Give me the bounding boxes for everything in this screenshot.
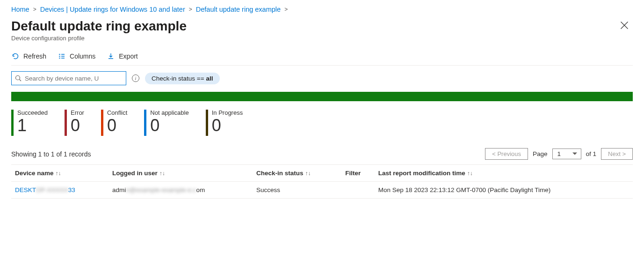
export-icon bbox=[107, 52, 115, 60]
breadcrumb: Home > Devices | Update rings for Window… bbox=[11, 6, 633, 13]
stat-color-bar bbox=[144, 110, 146, 136]
stat-value: 0 bbox=[150, 116, 188, 135]
col-checkin-status[interactable]: Check-in status↑↓ bbox=[253, 165, 341, 182]
toolbar: Refresh Columns Export bbox=[11, 52, 633, 66]
status-progress-bar bbox=[11, 92, 633, 101]
cell-time: Mon Sep 18 2023 22:13:12 GMT-0700 (Pacif… bbox=[375, 182, 633, 199]
columns-label: Columns bbox=[70, 52, 95, 60]
prev-button[interactable]: < Previous bbox=[485, 148, 528, 160]
stat-label: In Progress bbox=[212, 110, 243, 116]
chevron-right-icon: > bbox=[284, 6, 288, 13]
table-row: DESKTOP-XXXXX33admin@example-example-e.c… bbox=[11, 182, 633, 199]
page-select[interactable]: 1 bbox=[552, 149, 581, 159]
stat-error[interactable]: Error0 bbox=[65, 110, 84, 136]
pagination: < Previous Page 1 of 1 Next > bbox=[485, 148, 633, 160]
page-subtitle: Device configuration profile bbox=[11, 35, 187, 42]
col-logged-in-user[interactable]: Logged in user↑↓ bbox=[109, 165, 253, 182]
results-table: Device name↑↓ Logged in user↑↓ Check-in … bbox=[11, 164, 633, 199]
stat-color-bar bbox=[101, 110, 103, 136]
refresh-button[interactable]: Refresh bbox=[11, 52, 46, 60]
breadcrumb-devices[interactable]: Devices | Update rings for Windows 10 an… bbox=[40, 6, 185, 13]
cell-status: Success bbox=[253, 182, 341, 199]
stat-not_applicable[interactable]: Not applicable0 bbox=[144, 110, 188, 136]
col-device-name[interactable]: Device name↑↓ bbox=[11, 165, 109, 182]
sort-icon: ↑↓ bbox=[159, 170, 165, 177]
columns-icon bbox=[58, 52, 66, 60]
breadcrumb-profile[interactable]: Default update ring example bbox=[196, 6, 281, 13]
chevron-right-icon: > bbox=[33, 6, 36, 13]
records-info: Showing 1 to 1 of 1 records bbox=[11, 150, 91, 158]
checkin-status-filter-chip[interactable]: Check-in status == all bbox=[145, 73, 220, 84]
refresh-label: Refresh bbox=[23, 52, 46, 60]
sort-icon: ↑↓ bbox=[56, 170, 61, 177]
stat-color-bar bbox=[206, 110, 208, 136]
close-icon bbox=[620, 22, 629, 32]
stat-label: Not applicable bbox=[150, 110, 188, 116]
stat-succeeded[interactable]: Succeeded1 bbox=[11, 110, 48, 136]
cell-filter bbox=[341, 182, 374, 199]
stat-label: Error bbox=[71, 110, 84, 116]
stat-value: 0 bbox=[212, 116, 243, 135]
stat-value: 0 bbox=[107, 116, 127, 135]
stat-color-bar bbox=[65, 110, 67, 136]
device-link[interactable]: DESKTOP-XXXXX33 bbox=[15, 186, 75, 193]
chip-label: Check-in status == bbox=[152, 75, 204, 82]
columns-button[interactable]: Columns bbox=[58, 52, 95, 60]
col-last-report-time[interactable]: Last report modification time↑↓ bbox=[375, 165, 633, 182]
stat-conflict[interactable]: Conflict0 bbox=[101, 110, 127, 136]
search-input-wrap[interactable] bbox=[11, 71, 126, 85]
stat-label: Conflict bbox=[107, 110, 127, 116]
export-button[interactable]: Export bbox=[107, 52, 137, 60]
export-label: Export bbox=[119, 52, 137, 60]
close-button[interactable] bbox=[616, 19, 633, 34]
search-input[interactable] bbox=[25, 75, 123, 82]
stat-label: Succeeded bbox=[17, 110, 48, 116]
stat-value: 0 bbox=[71, 116, 84, 135]
refresh-icon bbox=[11, 52, 20, 60]
page-of-label: of 1 bbox=[586, 150, 597, 157]
cell-user: admin@example-example-e.com bbox=[109, 182, 253, 199]
stat-color-bar bbox=[11, 110, 14, 136]
stat-in_progress[interactable]: In Progress0 bbox=[206, 110, 243, 136]
status-stats: Succeeded1Error0Conflict0Not applicable0… bbox=[11, 110, 633, 136]
sort-icon: ↑↓ bbox=[305, 170, 311, 177]
stat-value: 1 bbox=[17, 116, 48, 135]
chevron-right-icon: > bbox=[189, 6, 192, 13]
page-label: Page bbox=[533, 150, 548, 157]
svg-point-0 bbox=[16, 76, 20, 80]
next-button[interactable]: Next > bbox=[601, 148, 633, 160]
chip-value: all bbox=[206, 75, 213, 82]
info-icon[interactable]: i bbox=[132, 74, 139, 82]
col-filter[interactable]: Filter bbox=[341, 165, 374, 182]
sort-icon: ↑↓ bbox=[467, 170, 473, 177]
breadcrumb-home[interactable]: Home bbox=[11, 6, 29, 13]
page-title: Default update ring example bbox=[11, 19, 187, 34]
search-icon bbox=[14, 74, 22, 82]
